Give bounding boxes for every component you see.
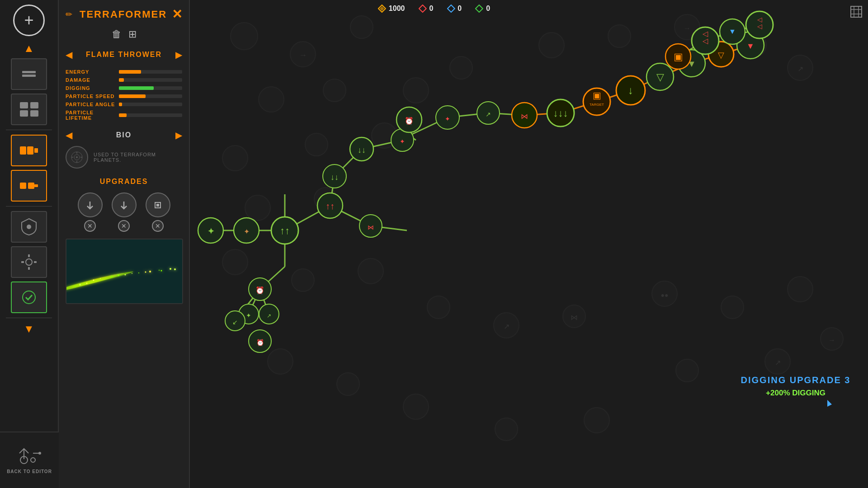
- svg-point-46: [132, 273, 132, 274]
- svg-point-66: [305, 133, 328, 156]
- svg-text:→: →: [299, 51, 307, 60]
- upgrade-remove-1[interactable]: ✕: [84, 220, 96, 232]
- node-canvas: → → ↗ ↗ → ⋈ ●● ↗: [190, 0, 868, 488]
- sidebar-item-2[interactable]: [11, 94, 47, 125]
- sidebar-item-shield[interactable]: [11, 211, 47, 243]
- stat-damage-label: DAMAGE: [66, 77, 115, 83]
- bio-description: USED TO TERRAFORM PLANETS.: [94, 152, 182, 163]
- svg-point-79: [358, 258, 383, 284]
- svg-text:▽: ▽: [656, 71, 664, 83]
- copy-button[interactable]: ⊞: [128, 28, 137, 40]
- stats-panel: ENERGY DAMAGE DIGGING PARTICLE SPEED PAR…: [66, 69, 182, 121]
- back-to-editor-button[interactable]: BACK TO EDITOR: [0, 432, 59, 488]
- bio-next[interactable]: ▶: [175, 130, 182, 141]
- stat-energy-label: ENERGY: [66, 69, 115, 75]
- sidebar-item-gear[interactable]: [11, 246, 47, 278]
- weapon-next[interactable]: ▶: [175, 49, 182, 60]
- svg-text:◁: ◁: [703, 30, 708, 38]
- pencil-icon: ✏: [66, 9, 72, 19]
- svg-marker-53: [447, 5, 454, 12]
- upgrade-circle-1[interactable]: [78, 192, 103, 217]
- sidebar-arrow-up[interactable]: ▲: [24, 42, 34, 55]
- svg-point-39: [149, 271, 151, 272]
- sidebar-item-1[interactable]: [11, 58, 47, 90]
- bio-section: ◀ BIO ▶ USED TO TERRAFORM PLANETS.: [66, 130, 182, 169]
- sidebar-divider-2: [6, 206, 52, 206]
- svg-rect-16: [21, 261, 24, 263]
- sidebar-item-components[interactable]: [11, 170, 47, 202]
- svg-text:⏰: ⏰: [255, 286, 264, 295]
- resource-blue-value: 0: [458, 5, 462, 13]
- svg-point-71: [450, 56, 472, 79]
- stat-digging: DIGGING: [66, 85, 182, 91]
- close-button[interactable]: ✕: [172, 7, 182, 22]
- svg-rect-11: [34, 184, 38, 187]
- delete-button[interactable]: 🗑: [112, 28, 122, 40]
- sidebar-divider-3: [6, 318, 52, 318]
- upgrade-slot-3: ✕: [146, 192, 170, 232]
- svg-point-34: [79, 284, 81, 286]
- upgrade-circle-3[interactable]: [146, 192, 170, 217]
- svg-rect-10: [28, 183, 34, 189]
- upgrade-circle-2[interactable]: [112, 192, 137, 217]
- svg-point-93: [584, 408, 609, 433]
- svg-text:▣: ▣: [593, 90, 601, 100]
- stat-particle-speed-label: PARTICLE SPEED: [66, 94, 115, 99]
- stat-particle-lifetime: PARTICLE LIFETIME: [66, 110, 182, 121]
- upgrade-slot-1: ✕: [78, 192, 103, 232]
- svg-point-65: [222, 145, 248, 171]
- svg-text:↓↓↓: ↓↓↓: [553, 108, 568, 119]
- svg-text:↗: ↗: [486, 111, 491, 118]
- upgrade-slot-2: ✕: [112, 192, 137, 232]
- stat-particle-lifetime-fill: [119, 113, 127, 117]
- stat-particle-angle-label: PARTICLE ANGLE: [66, 102, 115, 107]
- svg-text:↗: ↗: [504, 323, 509, 330]
- stat-particle-angle-bar: [119, 103, 182, 106]
- svg-point-60: [231, 23, 258, 50]
- bio-label: BIO: [116, 131, 132, 139]
- svg-text:→: →: [828, 336, 835, 344]
- svg-rect-55: [851, 6, 862, 17]
- svg-text:▣: ▣: [674, 51, 683, 62]
- sidebar: + ▲: [0, 0, 59, 488]
- svg-point-48: [159, 270, 160, 271]
- svg-point-62: [350, 16, 373, 38]
- svg-rect-4: [20, 110, 28, 117]
- svg-point-45: [118, 274, 119, 276]
- svg-text:●●: ●●: [661, 291, 669, 299]
- stat-particle-speed: PARTICLE SPEED: [66, 94, 182, 99]
- weapon-prev[interactable]: ◀: [66, 49, 72, 60]
- resource-red: 0: [418, 5, 433, 13]
- svg-rect-0: [22, 71, 36, 73]
- bio-icon: [66, 146, 88, 169]
- sidebar-item-active[interactable]: [11, 282, 47, 313]
- upgrade-remove-2[interactable]: ✕: [118, 220, 130, 232]
- svg-point-47: [145, 272, 146, 273]
- upgrade-remove-3[interactable]: ✕: [152, 220, 164, 232]
- svg-rect-3: [30, 102, 38, 108]
- svg-text:⋈: ⋈: [521, 113, 528, 120]
- svg-text:↑↑: ↑↑: [280, 225, 290, 236]
- svg-point-72: [539, 33, 564, 58]
- stat-digging-label: DIGGING: [66, 85, 115, 91]
- svg-point-21: [38, 452, 41, 455]
- settings-icon[interactable]: [850, 5, 863, 21]
- stat-digging-fill: [119, 86, 154, 90]
- sidebar-arrow-down[interactable]: ▼: [24, 323, 34, 335]
- sidebar-item-batteries[interactable]: [11, 135, 47, 166]
- add-button[interactable]: +: [13, 5, 45, 36]
- bio-prev[interactable]: ◀: [66, 130, 72, 141]
- svg-marker-54: [476, 5, 483, 12]
- svg-point-44: [100, 278, 101, 279]
- svg-point-38: [138, 272, 139, 273]
- svg-text:✦: ✦: [445, 115, 450, 122]
- game-area[interactable]: → → ↗ ↗ → ⋈ ●● ↗: [190, 0, 868, 488]
- svg-rect-31: [66, 239, 183, 304]
- svg-point-49: [170, 268, 171, 270]
- svg-point-91: [403, 394, 429, 419]
- svg-marker-52: [419, 5, 426, 12]
- panel: ✏ TERRAFORMER ✕ 🗑 ⊞ ◀ FLAME THROWER ▶ EN…: [59, 0, 190, 488]
- svg-rect-6: [20, 146, 26, 155]
- svg-rect-9: [20, 183, 26, 189]
- stat-damage: DAMAGE: [66, 77, 182, 83]
